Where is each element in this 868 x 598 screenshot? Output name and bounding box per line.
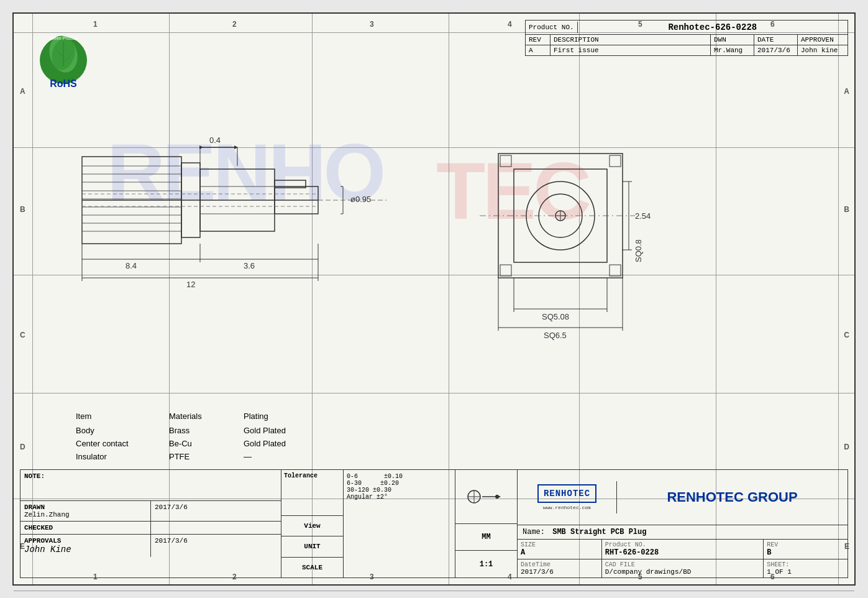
datetime-label: DateTime xyxy=(521,561,598,568)
company-top-row: RENHOTEC www.renhotec.com RENHOTEC GROUP xyxy=(518,470,847,525)
row-label-a: A xyxy=(20,87,25,96)
td-date: 2017/3/6 xyxy=(754,45,798,55)
svg-text:8.4: 8.4 xyxy=(126,261,137,270)
title-header-row: REV DESCRIPTION DWN DATE APPROVEN xyxy=(526,35,847,45)
tolerance-values: 0-6 ±0.10 6-30 ±0.20 30-120 ±0.30 Angula… xyxy=(344,470,455,577)
size-value: A xyxy=(521,548,598,557)
note-label: NOTE: xyxy=(24,472,45,480)
cad-file-value: D/company drawings/BD xyxy=(605,568,761,576)
svg-text:0.4: 0.4 xyxy=(209,136,221,145)
approvals-name: John Kine xyxy=(24,545,147,554)
renhotec-logo-text: RENHOTEC xyxy=(544,489,590,499)
rev-value: B xyxy=(767,548,844,557)
datetime-value: 2017/3/6 xyxy=(521,568,598,576)
col-label-4: 4 xyxy=(508,20,512,29)
rev-label: REV xyxy=(767,541,844,548)
bom-header-materials: Materials xyxy=(169,412,231,421)
name-value: SMB Straight PCB Plug xyxy=(552,528,646,536)
svg-text:SQ0.8: SQ0.8 xyxy=(634,239,643,262)
bottom-left-section: NOTE: DRAWN Zelin.Zhang 2017/3/6 CHECKED xyxy=(21,470,281,577)
title-block: Product NO. Renhotec-626-0228 REV DESCRI… xyxy=(525,20,848,56)
technical-drawing: ø0.95 0.4 8.4 3.6 12 xyxy=(45,94,840,418)
svg-text:RoHS: RoHS xyxy=(50,78,77,89)
product-no-cell: Product NO. RHT-626-0228 xyxy=(602,540,764,559)
view-symbol xyxy=(455,470,517,524)
scale-cell: SCALE xyxy=(281,558,343,577)
th-date: DATE xyxy=(754,35,798,45)
svg-text:SQ5.08: SQ5.08 xyxy=(542,312,569,321)
drawn-date: 2017/3/6 xyxy=(155,504,277,511)
cad-file-label: CAD FILE xyxy=(605,561,761,568)
bottom-mid-section: Tolerance View UNIT SCALE xyxy=(281,470,344,577)
td-dwn: Mr.Wang xyxy=(711,45,754,55)
product-details-row: SIZE A Product NO. RHT-626-0228 REV B xyxy=(518,540,847,559)
row-label-dr: D xyxy=(844,443,849,451)
checked-row: CHECKED xyxy=(21,521,281,534)
td-rev: A xyxy=(526,45,550,55)
td-approven: John kine xyxy=(798,45,847,55)
svg-rect-51 xyxy=(610,155,621,167)
row-label-d: D xyxy=(20,443,25,451)
datetime-cell: DateTime 2017/3/6 xyxy=(518,559,602,577)
svg-text:Green Product: Green Product xyxy=(49,36,78,40)
rev-cell: REV B xyxy=(764,540,847,559)
product-no-value-b: RHT-626-0228 xyxy=(605,548,761,557)
svg-text:3.6: 3.6 xyxy=(244,261,255,270)
svg-text:2.54: 2.54 xyxy=(635,211,651,221)
datetime-cad-row: DateTime 2017/3/6 CAD FILE D/company dra… xyxy=(518,559,847,577)
product-name-row: Name: SMB Straight PCB Plug xyxy=(518,525,847,540)
company-info-section: RENHOTEC www.renhotec.com RENHOTEC GROUP… xyxy=(518,470,847,577)
approvals-date: 2017/3/6 xyxy=(151,535,281,557)
th-rev: REV xyxy=(526,35,550,45)
th-approven: APPROVEN xyxy=(798,35,847,45)
tol-row4: Angular ±2° xyxy=(347,494,452,500)
bom-row2-item: Center contact xyxy=(76,439,157,448)
size-label: SIZE xyxy=(521,541,598,548)
approvals-row: APPROVALS John Kine 2017/3/6 xyxy=(21,534,281,557)
size-cell: SIZE A xyxy=(518,540,602,559)
row-label-c: C xyxy=(20,331,25,339)
company-name: RENHOTEC GROUP xyxy=(667,489,797,505)
unit-value: MM xyxy=(455,524,517,551)
sheet-label: SHEET: xyxy=(767,561,844,568)
svg-point-77 xyxy=(495,495,499,499)
tol-row1: 0-6 ±0.10 xyxy=(347,473,452,480)
product-no-row: Product NO. Renhotec-626-0228 xyxy=(526,21,847,35)
drawn-cell: DRAWN Zelin.Zhang xyxy=(21,501,151,521)
row-label-br: B xyxy=(844,205,849,214)
th-desc: DESCRIPTION xyxy=(550,35,711,45)
bom-row3-mat: PTFE xyxy=(169,452,231,461)
product-no-label: Product NO. xyxy=(526,22,578,33)
drawn-label: DRAWN xyxy=(24,504,147,511)
bom-header-item: Item xyxy=(76,412,157,421)
renhotec-url: www.renhotec.com xyxy=(543,505,591,510)
tol-row2: 6-30 ±0.20 xyxy=(347,480,452,487)
th-dwn: DWN xyxy=(711,35,754,45)
grid-line-h6 xyxy=(14,591,854,591)
svg-text:12: 12 xyxy=(186,280,195,289)
product-no-value: Renhotec-626-0228 xyxy=(578,21,847,34)
row-label-cr: C xyxy=(844,331,849,339)
bom-row2-plating: Gold Plated xyxy=(244,439,318,448)
bom-row1-mat: Brass xyxy=(169,426,231,435)
product-no-label-b: Product NO. xyxy=(605,541,761,548)
svg-rect-52 xyxy=(500,265,511,276)
view-cell: View xyxy=(281,516,343,536)
bom-row3-item: Insulator xyxy=(76,452,157,461)
tolerance-cell: Tolerance xyxy=(281,470,343,516)
bom-section: Item Materials Plating Body Brass Gold P… xyxy=(76,412,318,461)
name-label: Name: xyxy=(523,528,545,536)
td-desc: First issue xyxy=(550,45,711,55)
drawn-date-cell: 2017/3/6 xyxy=(151,501,281,521)
checked-cell: CHECKED xyxy=(21,522,151,534)
cad-file-cell: CAD FILE D/company drawings/BD xyxy=(602,559,764,577)
values-section: MM 1:1 xyxy=(455,470,518,577)
svg-rect-53 xyxy=(610,265,621,276)
renhotec-logo-area: RENHOTEC www.renhotec.com xyxy=(518,481,617,513)
row-label-ar: A xyxy=(844,87,849,96)
sheet-value: 1 OF 1 xyxy=(767,568,844,576)
svg-rect-50 xyxy=(500,155,511,167)
col-label-2: 2 xyxy=(232,20,237,29)
scale-label: SCALE xyxy=(302,564,322,571)
drawing-page: 1 2 3 4 5 6 1 2 3 4 5 6 A B C D E A B C … xyxy=(12,12,856,586)
